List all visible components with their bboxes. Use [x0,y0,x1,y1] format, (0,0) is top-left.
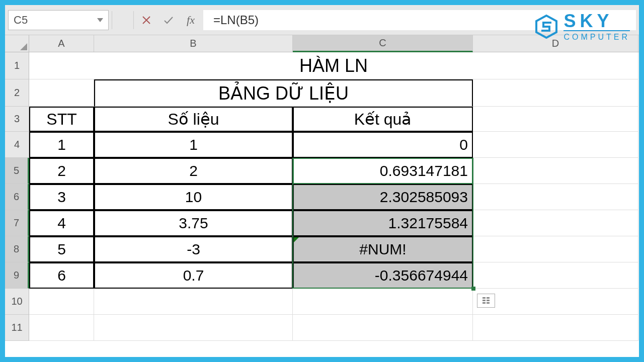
row-header-9[interactable]: 9 [5,262,29,289]
table-row: 4 1 1 0 [5,132,639,158]
row-header-6[interactable]: 6 [5,184,29,210]
cell-res[interactable]: 1.32175584 [293,210,473,236]
active-cell[interactable]: 0.693147181 [293,158,473,184]
column-header-a[interactable]: A [29,35,94,52]
cell-val[interactable]: 10 [94,184,293,210]
cancel-button[interactable] [137,11,156,30]
cell-val[interactable]: -3 [94,236,293,262]
column-header-c[interactable]: C [293,35,473,52]
row-header-5[interactable]: 5 [5,158,29,184]
cell[interactable] [473,210,638,236]
cell[interactable] [293,315,473,341]
grid-row: 3 STT Số liệu Kết quả [5,107,639,132]
cell[interactable] [29,315,94,341]
logo-text-line1: SKY [564,12,630,30]
column-header-b[interactable]: B [94,35,293,52]
x-icon [141,15,151,25]
cell-val[interactable]: 3.75 [94,210,293,236]
title-cell[interactable]: HÀM LN [29,52,638,79]
cell-stt[interactable]: 1 [29,132,94,158]
row-header-11[interactable]: 11 [5,315,29,341]
row-header-2[interactable]: 2 [5,79,29,107]
cell[interactable] [473,132,638,158]
cell[interactable] [29,289,94,315]
error-indicator-icon [294,237,299,242]
cell-res[interactable]: -0.356674944 [293,262,473,289]
table-row: 5 2 2 0.693147181 [5,158,639,184]
cell-val[interactable]: 2 [94,158,293,184]
cell-stt[interactable]: 5 [29,236,94,262]
header-so-lieu[interactable]: Số liệu [94,107,293,132]
autofill-options-button[interactable] [477,294,495,308]
cell[interactable] [473,262,638,289]
cell[interactable] [473,107,638,132]
cell[interactable] [29,79,94,107]
cell-val[interactable]: 1 [94,132,293,158]
cell[interactable] [473,236,638,262]
insert-function-button[interactable]: fx [181,11,200,30]
cell[interactable] [94,315,293,341]
cell-res[interactable]: 0 [293,132,473,158]
cell-stt[interactable]: 2 [29,158,94,184]
cell-stt[interactable]: 4 [29,210,94,236]
grid-row: 1 HÀM LN [5,52,639,79]
cell[interactable] [473,158,638,184]
row-header-7[interactable]: 7 [5,210,29,236]
row-header-3[interactable]: 3 [5,107,29,132]
cell-res[interactable]: #NUM! [293,236,473,262]
cell-stt[interactable]: 6 [29,262,94,289]
table-row: 6 3 10 2.302585093 [5,184,639,210]
row-header-4[interactable]: 4 [5,132,29,158]
check-icon [163,15,174,26]
grid-row: 10 [5,289,639,315]
select-all-corner[interactable] [5,35,29,52]
cell[interactable] [293,289,473,315]
grid: 1 HÀM LN 2 BẢNG DỮ LIỆU 3 STT Số liệu Kế… [5,52,639,341]
name-box-value: C5 [14,14,28,27]
grid-row: 2 BẢNG DỮ LIỆU [5,79,639,107]
cell[interactable] [473,315,638,341]
enter-button[interactable] [159,11,178,30]
cell[interactable] [94,289,293,315]
cell[interactable] [473,289,638,315]
name-box[interactable]: C5 [8,10,109,30]
cell[interactable] [473,184,638,210]
subtitle-cell[interactable]: BẢNG DỮ LIỆU [94,79,473,107]
separator [112,11,112,29]
chevron-down-icon[interactable] [97,18,103,22]
brand-logo: SKY COMPUTER [534,12,630,41]
fx-icon: fx [187,14,195,27]
cell-val[interactable]: 0.7 [94,262,293,289]
table-row: 7 4 3.75 1.32175584 [5,210,639,236]
cell-res-value: #NUM! [359,241,406,258]
table-row: 9 6 0.7 -0.356674944 [5,262,639,289]
grid-row: 11 [5,315,639,341]
spreadsheet-app: SKY COMPUTER C5 fx A B C [5,5,639,357]
row-header-10[interactable]: 10 [5,289,29,315]
fill-handle[interactable] [471,287,475,291]
table-row: 8 5 -3 #NUM! [5,236,639,262]
separator [133,11,134,29]
logo-icon [534,15,558,39]
logo-text-line2: COMPUTER [564,30,630,41]
cell[interactable] [473,79,638,107]
row-header-8[interactable]: 8 [5,236,29,262]
row-header-1[interactable]: 1 [5,52,29,79]
header-stt[interactable]: STT [29,107,94,132]
cell-res[interactable]: 2.302585093 [293,184,473,210]
cell-stt[interactable]: 3 [29,184,94,210]
header-ket-qua[interactable]: Kết quả [293,107,473,132]
